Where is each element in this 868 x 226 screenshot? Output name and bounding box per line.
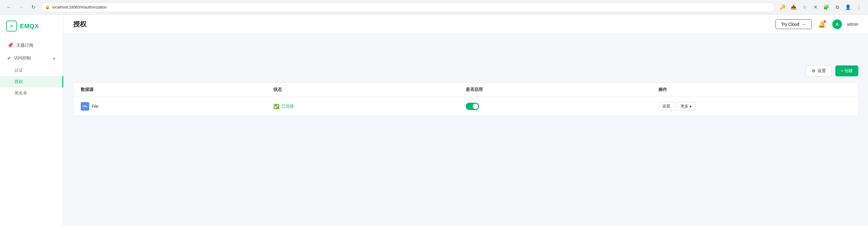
content-area: ⚙ 设置 + 创建 数据源 状态 是否启用 操作 (63, 58, 868, 226)
profile-icon[interactable]: 👤 (844, 3, 852, 11)
chevron-up-icon: ▲ (52, 56, 56, 60)
authz-label: 授权 (14, 79, 23, 84)
content-toolbar: ⚙ 设置 + 创建 (73, 65, 858, 76)
access-control-icon: ✔ (7, 56, 11, 61)
gear-icon: ⚙ (812, 68, 816, 73)
enable-toggle[interactable] (466, 103, 479, 110)
try-cloud-arrow: → (802, 22, 806, 27)
col-header-source: 数据源 (81, 87, 273, 92)
main-header: 授权 Try Cloud → 🔔 A admin (63, 15, 868, 34)
sidebar-section-label: 访问控制 (14, 55, 31, 61)
connected-check-icon: ✅ (273, 104, 279, 109)
logo-text: EMQX (20, 23, 39, 30)
try-cloud-label: Try Cloud (781, 22, 799, 27)
sidebar: ≡ EMQX 📌 主题订阅 ✔ 访问控制 ▲ 认证 授权 (0, 15, 63, 226)
file-type-icon: File (81, 102, 89, 111)
avatar: A (832, 19, 842, 29)
data-table: 数据源 状态 是否启用 操作 File File (73, 82, 858, 116)
table-row: File File ✅ 已连接 (73, 97, 858, 116)
address-bar[interactable]: 🔒 localhost:18083/#/authorization (41, 2, 775, 12)
topic-sub-icon: 📌 (7, 43, 13, 48)
sidebar-navigation: 📌 主题订阅 ✔ 访问控制 ▲ 认证 授权 黑名单 (0, 39, 63, 104)
source-cell: File File (81, 102, 273, 111)
back-button[interactable]: ← (5, 3, 13, 11)
gray-banner (63, 34, 868, 58)
sidebar-item-access-control[interactable]: ✔ 访问控制 ▲ (0, 52, 63, 64)
row-more-button[interactable]: 更多 ▾ (677, 102, 695, 111)
sidebar-item-topic-sub[interactable]: 📌 主题订阅 (0, 39, 63, 52)
chevron-down-icon: ▾ (689, 104, 692, 109)
logo-icon: ≡ (6, 21, 17, 31)
page-title: 授权 (73, 20, 87, 29)
app-container: ≡ EMQX 📌 主题订阅 ✔ 访问控制 ▲ 认证 授权 (0, 15, 868, 226)
sidebar-item-label: 主题订阅 (16, 43, 33, 48)
file-badge: File File (81, 102, 99, 111)
action-buttons: 设置 更多 ▾ (658, 102, 851, 111)
lock-icon: 🔒 (45, 5, 50, 9)
forward-button[interactable]: → (17, 3, 25, 11)
blacklist-label: 黑名单 (14, 91, 27, 95)
header-right: Try Cloud → 🔔 A admin (775, 19, 858, 30)
source-name: File (92, 104, 99, 109)
logo[interactable]: ≡ EMQX (0, 15, 63, 39)
extensions-icon[interactable]: 🧩 (822, 3, 831, 11)
url-text: localhost:18083/#/authorization (52, 5, 107, 9)
status-cell: ✅ 已连接 (273, 104, 466, 109)
settings-button[interactable]: ⚙ 设置 (806, 65, 832, 76)
auth-label: 认证 (14, 67, 23, 73)
create-label: + 创建 (841, 68, 853, 74)
col-header-actions: 操作 (658, 87, 851, 92)
notification-dot (824, 20, 826, 23)
sidebar-sub-menu: 认证 授权 黑名单 (0, 64, 63, 99)
status-connected: ✅ 已连接 (273, 104, 466, 109)
toggle-thumb (473, 104, 478, 109)
enabled-cell (466, 103, 658, 110)
window-icon[interactable]: ⧉ (833, 3, 841, 11)
share-icon[interactable]: 📤 (789, 3, 798, 11)
try-cloud-button[interactable]: Try Cloud → (775, 19, 812, 29)
row-settings-button[interactable]: 设置 (658, 102, 674, 111)
browser-chrome: ← → ↻ 🔒 localhost:18083/#/authorization … (0, 0, 868, 15)
sidebar-item-authz[interactable]: 授权 (0, 76, 63, 88)
table-header: 数据源 状态 是否启用 操作 (73, 83, 858, 97)
main-content: 授权 Try Cloud → 🔔 A admin ⚙ (63, 15, 868, 226)
col-header-enabled: 是否启用 (466, 87, 658, 92)
status-text: 已连接 (281, 104, 294, 109)
settings-label: 设置 (817, 68, 826, 74)
menu-icon[interactable]: ⋮ (855, 3, 863, 11)
sidebar-item-blacklist[interactable]: 黑名单 (0, 88, 63, 99)
reload-button[interactable]: ↻ (29, 3, 37, 11)
create-button[interactable]: + 创建 (835, 65, 858, 76)
user-name: admin (847, 22, 858, 27)
notification-bell[interactable]: 🔔 (816, 19, 828, 30)
key-icon[interactable]: 🔑 (778, 3, 787, 11)
extension-x-icon[interactable]: ✕ (811, 3, 819, 11)
browser-actions: 🔑 📤 ☆ ✕ 🧩 ⧉ 👤 ⋮ (778, 3, 863, 11)
actions-cell: 设置 更多 ▾ (658, 102, 851, 111)
sidebar-item-auth[interactable]: 认证 (0, 64, 63, 76)
bookmark-icon[interactable]: ☆ (800, 3, 809, 11)
col-header-status: 状态 (273, 87, 466, 92)
